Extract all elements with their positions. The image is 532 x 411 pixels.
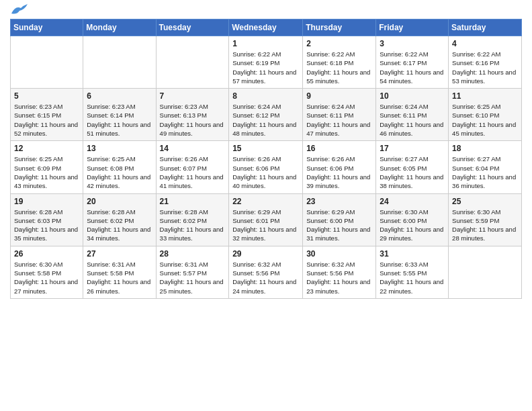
calendar-cell: 22Sunrise: 6:29 AMSunset: 6:01 PMDayligh… xyxy=(229,193,303,246)
day-info: Sunrise: 6:30 AMSunset: 5:58 PMDaylight:… xyxy=(14,260,79,295)
calendar-cell: 19Sunrise: 6:28 AMSunset: 6:03 PMDayligh… xyxy=(11,193,83,246)
calendar-cell: 9Sunrise: 6:24 AMSunset: 6:11 PMDaylight… xyxy=(303,89,376,141)
calendar-cell: 11Sunrise: 6:25 AMSunset: 6:10 PMDayligh… xyxy=(449,89,522,141)
calendar-cell: 30Sunrise: 6:32 AMSunset: 5:56 PMDayligh… xyxy=(303,246,376,298)
day-info: Sunrise: 6:27 AMSunset: 6:04 PMDaylight:… xyxy=(452,154,518,190)
day-number: 16 xyxy=(306,144,372,153)
day-info: Sunrise: 6:30 AMSunset: 5:59 PMDaylight:… xyxy=(452,208,518,243)
calendar-cell: 26Sunrise: 6:30 AMSunset: 5:58 PMDayligh… xyxy=(11,246,83,298)
day-info: Sunrise: 6:31 AMSunset: 5:58 PMDaylight:… xyxy=(87,260,152,295)
calendar-week-5: 26Sunrise: 6:30 AMSunset: 5:58 PMDayligh… xyxy=(11,246,522,298)
calendar-week-3: 12Sunrise: 6:25 AMSunset: 6:09 PMDayligh… xyxy=(11,141,522,193)
calendar-cell: 18Sunrise: 6:27 AMSunset: 6:04 PMDayligh… xyxy=(449,141,522,193)
day-info: Sunrise: 6:30 AMSunset: 6:00 PMDaylight:… xyxy=(380,208,445,243)
weekday-header-row: SundayMondayTuesdayWednesdayThursdayFrid… xyxy=(11,19,522,36)
day-info: Sunrise: 6:26 AMSunset: 6:06 PMDaylight:… xyxy=(232,154,299,190)
calendar-week-1: 1Sunrise: 6:22 AMSunset: 6:19 PMDaylight… xyxy=(11,36,522,89)
day-number: 2 xyxy=(306,39,372,48)
day-info: Sunrise: 6:22 AMSunset: 6:18 PMDaylight:… xyxy=(306,50,372,85)
calendar-cell: 25Sunrise: 6:30 AMSunset: 5:59 PMDayligh… xyxy=(449,193,522,246)
calendar-cell: 10Sunrise: 6:24 AMSunset: 6:11 PMDayligh… xyxy=(376,89,449,141)
calendar-cell: 29Sunrise: 6:32 AMSunset: 5:56 PMDayligh… xyxy=(229,246,303,298)
calendar-cell: 28Sunrise: 6:31 AMSunset: 5:57 PMDayligh… xyxy=(156,246,229,298)
day-info: Sunrise: 6:25 AMSunset: 6:10 PMDaylight:… xyxy=(452,102,518,138)
day-number: 30 xyxy=(306,249,372,259)
logo xyxy=(10,7,28,13)
calendar-cell xyxy=(83,36,156,89)
day-info: Sunrise: 6:29 AMSunset: 6:00 PMDaylight:… xyxy=(306,208,372,243)
day-info: Sunrise: 6:26 AMSunset: 6:06 PMDaylight:… xyxy=(306,154,372,190)
day-number: 23 xyxy=(306,197,372,206)
day-number: 13 xyxy=(87,144,152,153)
calendar-cell: 23Sunrise: 6:29 AMSunset: 6:00 PMDayligh… xyxy=(303,193,376,246)
day-number: 21 xyxy=(160,197,226,206)
day-number: 27 xyxy=(87,249,152,259)
day-number: 1 xyxy=(232,39,299,48)
day-number: 11 xyxy=(452,91,518,101)
day-number: 10 xyxy=(380,91,445,101)
day-info: Sunrise: 6:25 AMSunset: 6:09 PMDaylight:… xyxy=(14,154,79,190)
day-info: Sunrise: 6:23 AMSunset: 6:15 PMDaylight:… xyxy=(14,102,79,138)
day-info: Sunrise: 6:22 AMSunset: 6:17 PMDaylight:… xyxy=(380,50,445,85)
calendar-cell: 4Sunrise: 6:22 AMSunset: 6:16 PMDaylight… xyxy=(449,36,522,89)
day-info: Sunrise: 6:22 AMSunset: 6:19 PMDaylight:… xyxy=(232,50,299,85)
day-number: 9 xyxy=(306,91,372,101)
day-number: 31 xyxy=(380,249,445,259)
day-number: 14 xyxy=(160,144,226,153)
day-number: 28 xyxy=(160,249,226,259)
logo-bird-icon xyxy=(11,4,28,16)
calendar-cell: 15Sunrise: 6:26 AMSunset: 6:06 PMDayligh… xyxy=(229,141,303,193)
calendar-cell xyxy=(449,246,522,298)
calendar-cell: 31Sunrise: 6:33 AMSunset: 5:55 PMDayligh… xyxy=(376,246,449,298)
calendar-cell: 24Sunrise: 6:30 AMSunset: 6:00 PMDayligh… xyxy=(376,193,449,246)
calendar-table: SundayMondayTuesdayWednesdayThursdayFrid… xyxy=(10,19,522,299)
calendar-cell: 20Sunrise: 6:28 AMSunset: 6:02 PMDayligh… xyxy=(83,193,156,246)
day-info: Sunrise: 6:32 AMSunset: 5:56 PMDaylight:… xyxy=(306,260,372,295)
calendar-cell xyxy=(156,36,229,89)
day-info: Sunrise: 6:28 AMSunset: 6:02 PMDaylight:… xyxy=(87,208,152,243)
day-info: Sunrise: 6:31 AMSunset: 5:57 PMDaylight:… xyxy=(160,260,226,295)
day-info: Sunrise: 6:23 AMSunset: 6:14 PMDaylight:… xyxy=(87,102,152,138)
calendar-cell: 13Sunrise: 6:25 AMSunset: 6:08 PMDayligh… xyxy=(83,141,156,193)
weekday-header-sunday: Sunday xyxy=(11,19,83,36)
day-number: 18 xyxy=(452,144,518,153)
calendar-cell: 7Sunrise: 6:23 AMSunset: 6:13 PMDaylight… xyxy=(156,89,229,141)
day-info: Sunrise: 6:24 AMSunset: 6:12 PMDaylight:… xyxy=(232,102,299,138)
day-number: 4 xyxy=(452,39,518,48)
day-number: 8 xyxy=(232,91,299,101)
day-info: Sunrise: 6:27 AMSunset: 6:05 PMDaylight:… xyxy=(380,154,445,190)
header xyxy=(10,7,522,13)
day-info: Sunrise: 6:32 AMSunset: 5:56 PMDaylight:… xyxy=(232,260,299,295)
calendar-cell: 17Sunrise: 6:27 AMSunset: 6:05 PMDayligh… xyxy=(376,141,449,193)
calendar-cell: 1Sunrise: 6:22 AMSunset: 6:19 PMDaylight… xyxy=(229,36,303,89)
day-number: 25 xyxy=(452,197,518,206)
day-number: 29 xyxy=(232,249,299,259)
calendar-cell: 27Sunrise: 6:31 AMSunset: 5:58 PMDayligh… xyxy=(83,246,156,298)
day-number: 24 xyxy=(380,197,445,206)
calendar-cell xyxy=(11,36,83,89)
calendar-cell: 14Sunrise: 6:26 AMSunset: 6:07 PMDayligh… xyxy=(156,141,229,193)
day-number: 17 xyxy=(380,144,445,153)
day-number: 5 xyxy=(14,91,79,101)
day-number: 3 xyxy=(380,39,445,48)
day-info: Sunrise: 6:25 AMSunset: 6:08 PMDaylight:… xyxy=(87,154,152,190)
day-info: Sunrise: 6:28 AMSunset: 6:02 PMDaylight:… xyxy=(160,208,226,243)
calendar-cell: 16Sunrise: 6:26 AMSunset: 6:06 PMDayligh… xyxy=(303,141,376,193)
calendar-cell: 8Sunrise: 6:24 AMSunset: 6:12 PMDaylight… xyxy=(229,89,303,141)
day-info: Sunrise: 6:29 AMSunset: 6:01 PMDaylight:… xyxy=(232,208,299,243)
day-number: 6 xyxy=(87,91,152,101)
day-number: 20 xyxy=(87,197,152,206)
calendar-cell: 6Sunrise: 6:23 AMSunset: 6:14 PMDaylight… xyxy=(83,89,156,141)
day-number: 15 xyxy=(232,144,299,153)
day-info: Sunrise: 6:23 AMSunset: 6:13 PMDaylight:… xyxy=(160,102,226,138)
day-info: Sunrise: 6:28 AMSunset: 6:03 PMDaylight:… xyxy=(14,208,79,243)
day-number: 19 xyxy=(14,197,79,206)
calendar-cell: 5Sunrise: 6:23 AMSunset: 6:15 PMDaylight… xyxy=(11,89,83,141)
calendar-week-4: 19Sunrise: 6:28 AMSunset: 6:03 PMDayligh… xyxy=(11,193,522,246)
weekday-header-wednesday: Wednesday xyxy=(229,19,303,36)
day-number: 7 xyxy=(160,91,226,101)
calendar-week-2: 5Sunrise: 6:23 AMSunset: 6:15 PMDaylight… xyxy=(11,89,522,141)
day-number: 26 xyxy=(14,249,79,259)
weekday-header-tuesday: Tuesday xyxy=(156,19,229,36)
weekday-header-friday: Friday xyxy=(376,19,449,36)
